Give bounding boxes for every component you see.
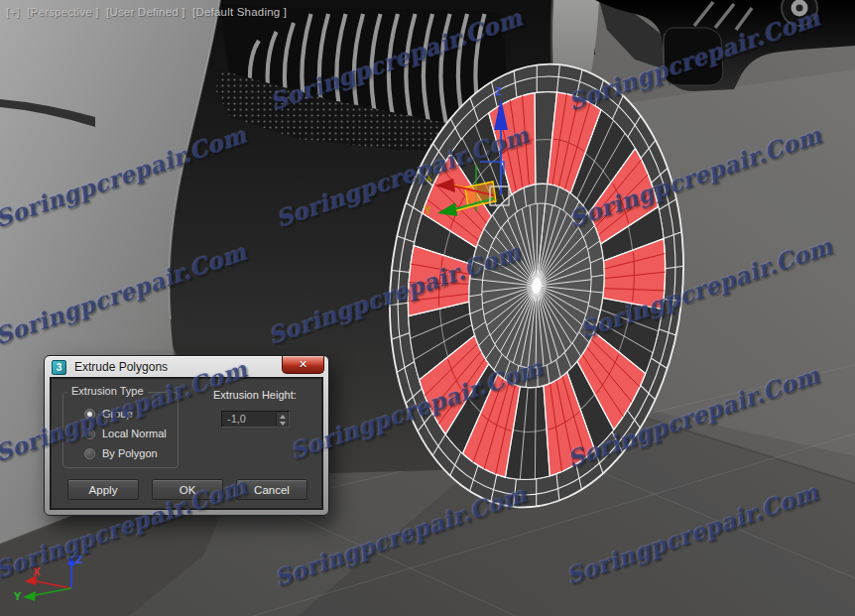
extrusion-height-value[interactable]: -1,0 bbox=[227, 413, 246, 425]
close-button[interactable]: ✕ bbox=[282, 356, 324, 374]
radio-by-polygon[interactable] bbox=[84, 448, 95, 459]
extrusion-type-group: Extrusion Type Group Local Normal By Pol… bbox=[62, 392, 179, 468]
3dsmax-viewport-screenshot: Z X Y Z X Y [+] [Perspective ] [User Def… bbox=[0, 0, 855, 616]
viewport-menu-user[interactable]: [User Defined ] bbox=[106, 6, 185, 18]
spinner-buttons bbox=[276, 413, 288, 426]
radio-local-normal[interactable] bbox=[84, 429, 95, 439]
radio-group-label[interactable]: Group bbox=[102, 408, 133, 420]
viewport-menu-shading[interactable]: [Default Shading ] bbox=[192, 6, 287, 18]
gizmo-z-label: Z bbox=[495, 85, 502, 97]
close-icon: ✕ bbox=[283, 357, 323, 373]
tripod-y-label: Y bbox=[13, 591, 22, 602]
viewport-label: [+] [Perspective ] [User Defined ] [Defa… bbox=[6, 6, 291, 18]
viewport-menu-general[interactable]: [+] bbox=[6, 6, 20, 18]
viewport-3d[interactable]: Z X Y Z X Y bbox=[0, 0, 855, 616]
extrusion-height-label: Extrusion Height: bbox=[213, 389, 297, 401]
bumper-bolt-icon bbox=[782, 0, 817, 26]
extrusion-height-input[interactable]: -1,0 bbox=[221, 411, 290, 428]
dialog-title: Extrude Polygons bbox=[74, 360, 168, 374]
3dsmax-icon: 3 bbox=[52, 360, 66, 375]
gizmo-x-label: X bbox=[426, 173, 432, 184]
viewport-menu-pov[interactable]: [Perspective ] bbox=[27, 6, 98, 18]
radio-local-normal-label[interactable]: Local Normal bbox=[102, 428, 167, 439]
radio-by-polygon-label[interactable]: By Polygon bbox=[102, 447, 158, 459]
cancel-button[interactable]: Cancel bbox=[236, 479, 307, 500]
ok-button[interactable]: OK bbox=[152, 479, 223, 500]
spinner-down-button[interactable] bbox=[277, 420, 288, 427]
dialog-body: Extrusion Type Group Local Normal By Pol… bbox=[51, 378, 322, 509]
tripod-x-label: X bbox=[33, 566, 41, 577]
radio-row-local-normal[interactable]: Local Normal bbox=[84, 427, 167, 440]
radio-row-group[interactable]: Group bbox=[84, 407, 133, 421]
extrude-polygons-dialog: 3 Extrude Polygons ✕ Extrusion Type Grou… bbox=[44, 355, 329, 516]
radio-row-by-polygon[interactable]: By Polygon bbox=[84, 446, 158, 460]
apply-button[interactable]: Apply bbox=[67, 479, 139, 500]
gizmo-y-label: Y bbox=[425, 205, 431, 216]
extrusion-type-label: Extrusion Type bbox=[67, 385, 148, 397]
radio-group[interactable] bbox=[84, 409, 95, 420]
dialog-titlebar[interactable]: 3 Extrude Polygons ✕ bbox=[45, 356, 328, 378]
tripod-z-label: Z bbox=[75, 554, 82, 565]
